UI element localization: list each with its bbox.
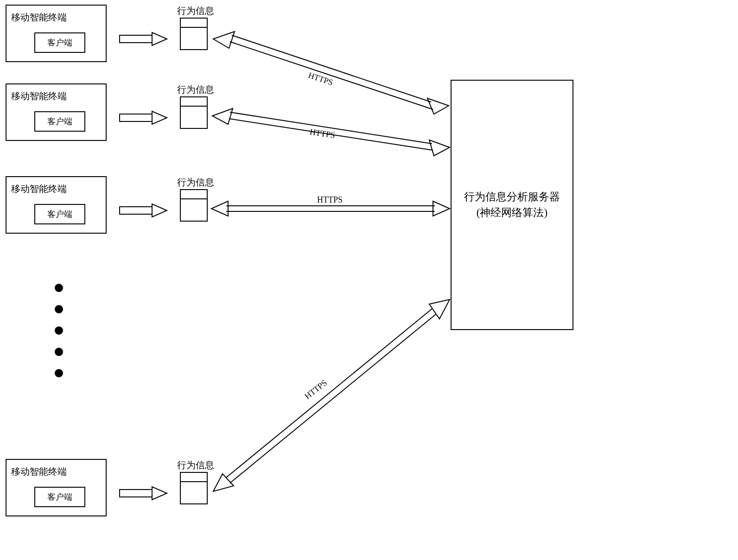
server-title: 行为信息分析服务器 <box>464 189 560 205</box>
https-label: HTTPS <box>303 378 329 401</box>
behavior-label: 行为信息 <box>177 83 214 96</box>
behavior-box <box>180 472 208 504</box>
dot-icon <box>55 369 63 377</box>
arrow-right-icon <box>117 484 172 503</box>
double-arrow-icon <box>209 297 458 496</box>
client-box: 客户端 <box>34 111 85 132</box>
dot-icon <box>55 305 63 313</box>
server-box: 行为信息分析服务器 (神经网络算法) <box>451 80 573 330</box>
behavior-box <box>180 18 208 50</box>
arrow-right-icon <box>117 30 172 48</box>
terminal-box: 移动智能终端 客户端 <box>6 83 107 141</box>
arrow-right-icon <box>117 201 172 220</box>
svg-rect-3 <box>120 490 152 497</box>
https-label: HTTPS <box>317 195 343 205</box>
client-box: 客户端 <box>34 487 85 507</box>
terminal-box: 移动智能终端 客户端 <box>6 5 107 62</box>
behavior-label: 行为信息 <box>177 176 214 189</box>
behavior-box <box>180 189 208 222</box>
client-box: 客户端 <box>34 204 85 224</box>
ellipsis-dots <box>55 284 63 377</box>
arrow-right-icon <box>117 108 172 127</box>
svg-rect-1 <box>120 114 152 121</box>
terminal-box: 移动智能终端 客户端 <box>6 176 107 234</box>
server-subtitle: (神经网络算法) <box>477 205 547 221</box>
client-box: 客户端 <box>34 32 85 53</box>
behavior-box <box>180 96 208 129</box>
terminal-label: 移动智能终端 <box>11 183 101 195</box>
dot-icon <box>55 326 63 335</box>
https-label: HTTPS <box>307 70 334 88</box>
svg-rect-0 <box>120 35 152 43</box>
terminal-label: 移动智能终端 <box>11 90 101 102</box>
behavior-label: 行为信息 <box>177 459 214 471</box>
https-label: HTTPS <box>309 127 336 140</box>
dot-icon <box>55 284 63 292</box>
behavior-label: 行为信息 <box>177 5 214 17</box>
double-arrow-icon <box>209 28 454 125</box>
svg-rect-2 <box>120 207 152 214</box>
dot-icon <box>55 348 63 356</box>
terminal-label: 移动智能终端 <box>11 11 101 24</box>
terminal-label: 移动智能终端 <box>11 465 101 478</box>
terminal-box: 移动智能终端 客户端 <box>6 459 107 516</box>
